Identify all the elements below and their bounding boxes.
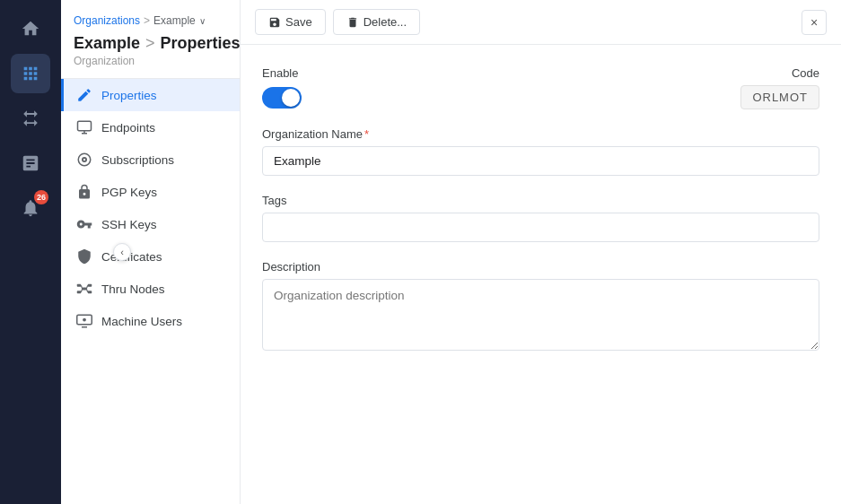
- nav-menu: Properties Endpoints Subscriptions PGP K…: [61, 79, 240, 337]
- svg-point-14: [83, 318, 86, 322]
- svg-point-3: [83, 159, 85, 161]
- nav-label-pgp-keys: PGP Keys: [101, 186, 157, 199]
- description-label: Description: [262, 260, 819, 274]
- toggle-thumb: [282, 89, 300, 107]
- sidebar-item-reports[interactable]: [11, 143, 50, 183]
- nav-label-ssh-keys: SSH Keys: [101, 218, 157, 231]
- nav-item-subscriptions[interactable]: Subscriptions: [61, 143, 240, 176]
- code-label: Code: [740, 66, 819, 80]
- code-section: Code ORLMOT: [740, 66, 819, 109]
- tags-group: Tags: [262, 194, 819, 242]
- close-button[interactable]: ×: [802, 10, 827, 35]
- save-icon: [268, 16, 281, 29]
- org-name-group: Organization Name*: [262, 127, 819, 176]
- sidebar-item-home[interactable]: [11, 9, 50, 48]
- nav-item-pgp-keys[interactable]: PGP Keys: [61, 176, 240, 208]
- toggle-track[interactable]: [262, 87, 302, 109]
- svg-rect-0: [78, 121, 92, 131]
- sidebar-icons: 26: [0, 0, 61, 504]
- svg-line-12: [86, 289, 88, 292]
- svg-line-9: [81, 285, 83, 289]
- breadcrumb: Organizations > Example ∨: [61, 7, 240, 30]
- nav-label-properties: Properties: [101, 89, 157, 102]
- svg-line-10: [81, 289, 83, 292]
- save-label: Save: [285, 15, 312, 29]
- title-separator: >: [145, 34, 155, 53]
- svg-rect-6: [77, 291, 82, 293]
- page-org-type: Organization: [74, 55, 227, 67]
- breadcrumb-sep1: >: [144, 14, 150, 27]
- svg-rect-8: [83, 288, 87, 291]
- nav-label-certificates: Certificates: [101, 250, 162, 264]
- breadcrumb-dropdown-arrow: ∨: [199, 16, 206, 26]
- nav-sidebar: ‹ Organizations > Example ∨ Example > Pr…: [61, 0, 241, 504]
- tags-input[interactable]: [262, 213, 819, 242]
- form-area: Enable Code ORLMOT Organization Name* Ta…: [241, 45, 841, 504]
- toolbar: Save Delete... ×: [241, 0, 841, 45]
- description-input[interactable]: [262, 279, 819, 351]
- page-title-area: Example > Properties Organization: [61, 30, 240, 79]
- svg-rect-5: [88, 284, 92, 287]
- nav-label-endpoints: Endpoints: [101, 121, 155, 135]
- svg-rect-7: [88, 291, 92, 293]
- nav-label-thru-nodes: Thru Nodes: [101, 282, 165, 296]
- enable-label: Enable: [262, 66, 302, 80]
- svg-line-11: [86, 285, 88, 289]
- svg-rect-4: [77, 284, 82, 287]
- enable-section: Enable: [262, 66, 302, 109]
- nav-item-ssh-keys[interactable]: SSH Keys: [61, 208, 240, 240]
- breadcrumb-example[interactable]: Example ∨: [153, 14, 206, 27]
- enable-code-row: Enable Code ORLMOT: [262, 66, 819, 109]
- nav-item-certificates[interactable]: Certificates: [61, 240, 240, 273]
- save-button[interactable]: Save: [255, 9, 326, 35]
- enable-toggle[interactable]: [262, 87, 302, 109]
- delete-label: Delete...: [364, 15, 407, 29]
- delete-icon: [346, 16, 359, 29]
- close-icon: ×: [810, 15, 818, 30]
- nav-label-machine-users: Machine Users: [101, 315, 182, 328]
- collapse-sidebar-button[interactable]: ‹: [113, 243, 131, 261]
- org-name-label: Organization Name*: [262, 127, 819, 141]
- sidebar-item-notifications[interactable]: 26: [11, 188, 50, 228]
- nav-item-thru-nodes[interactable]: Thru Nodes: [61, 273, 240, 305]
- main-content: Save Delete... × Enable Code ORLMOT: [241, 0, 841, 504]
- page-title: Example: [74, 34, 140, 53]
- tags-label: Tags: [262, 194, 819, 207]
- description-group: Description: [262, 260, 819, 354]
- nav-item-machine-users[interactable]: Machine Users: [61, 305, 240, 337]
- breadcrumb-organizations[interactable]: Organizations: [74, 14, 140, 27]
- code-value: ORLMOT: [740, 85, 819, 109]
- org-name-input[interactable]: [262, 146, 819, 176]
- delete-button[interactable]: Delete...: [333, 9, 420, 35]
- nav-item-properties[interactable]: Properties: [61, 79, 240, 111]
- sidebar-item-organizations[interactable]: [11, 54, 50, 93]
- notification-badge: 26: [34, 190, 48, 204]
- required-indicator: *: [364, 127, 369, 141]
- nav-item-endpoints[interactable]: Endpoints: [61, 111, 240, 143]
- nav-label-subscriptions: Subscriptions: [101, 153, 174, 167]
- page-subtitle: Properties: [161, 34, 241, 53]
- sidebar-item-switch[interactable]: [11, 99, 50, 138]
